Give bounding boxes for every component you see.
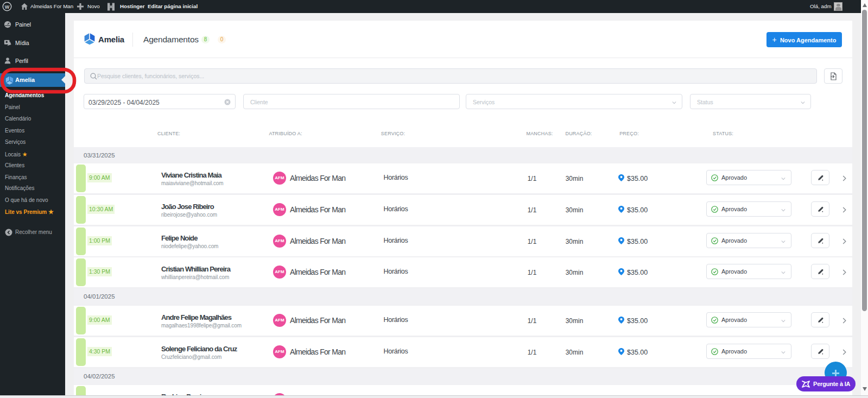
- svg-text:W: W: [5, 4, 10, 10]
